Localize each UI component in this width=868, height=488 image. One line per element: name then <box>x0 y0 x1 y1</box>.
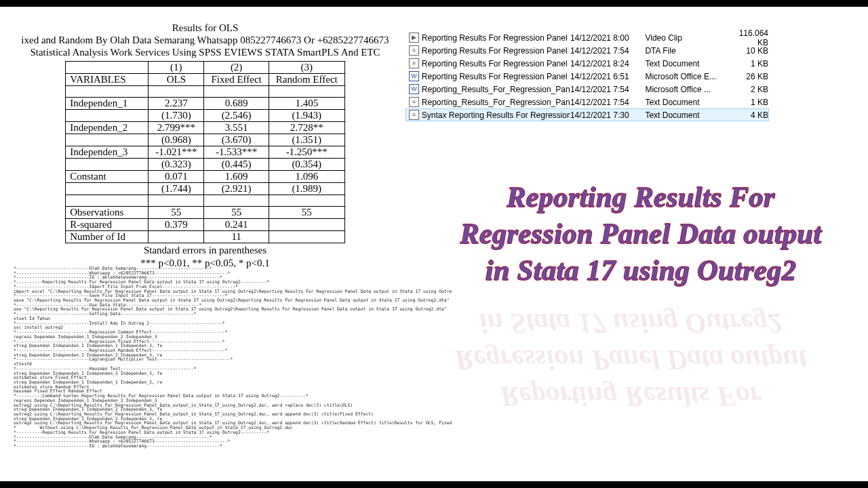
file-size: 1 KB <box>727 59 768 68</box>
file-size: 4 KB <box>727 110 768 120</box>
file-type: DTA File <box>645 46 726 56</box>
file-icon: ≡ <box>409 110 419 120</box>
file-name: Reporting Results For Regression Panel D… <box>422 72 570 81</box>
file-type: Microsoft Office ... <box>645 85 726 94</box>
file-size: 116.064 KB <box>727 28 768 47</box>
overlay-title: Reporting Results For Regression Panel D… <box>434 180 848 289</box>
file-icon: ≡ <box>409 45 419 56</box>
file-name: Reporting_Results_For_Regression_Panel_.… <box>422 98 570 107</box>
file-date: 14/12/2021 7:54 <box>570 46 646 56</box>
file-icon: W <box>409 84 419 94</box>
overlay-title-reflection: Reporting Results For Regression Panel D… <box>407 305 854 414</box>
file-name: Syntax Reporting Results For Regression … <box>422 110 570 120</box>
file-date: 14/12/2021 6:51 <box>570 72 646 81</box>
doc-title: Results for OLS <box>14 22 397 34</box>
stata-code-block: *----------------------------Olah Data S… <box>14 266 393 449</box>
file-type: Video Clip <box>645 33 726 43</box>
file-type: Text Document <box>645 110 726 120</box>
file-type: Text Document <box>645 59 726 68</box>
file-row[interactable]: ≡Reporting Results For Regression Panel … <box>406 57 769 70</box>
file-name: Reporting Results For Regression Panel D… <box>422 46 570 56</box>
file-row[interactable]: WReporting_Results_For_Regression_Panel_… <box>406 83 769 96</box>
file-size: 26 KB <box>727 72 768 81</box>
file-type: Text Document <box>645 98 726 107</box>
file-size: 2 KB <box>727 85 768 94</box>
file-icon: ▶ <box>409 33 419 43</box>
regression-table: (1)(2)(3) VARIABLESOLSFixed EffectRandom… <box>65 61 344 243</box>
file-size: 1 KB <box>727 98 768 107</box>
file-icon: ≡ <box>409 97 419 107</box>
file-row[interactable]: ≡Syntax Reporting Results For Regression… <box>406 108 769 121</box>
overlay-title-l2: Regression Panel Data output <box>434 216 848 253</box>
doc-subtitle-2: Statistical Analysis Work Services Using… <box>14 46 397 58</box>
file-date: 14/12/2021 7:54 <box>570 85 646 94</box>
file-row[interactable]: ≡Reporting Results For Regression Panel … <box>406 44 769 57</box>
doc-header: Results for OLS ixed and Random By Olah … <box>14 22 397 58</box>
doc-subtitle-1: ixed and Random By Olah Data Semarang Wh… <box>14 34 397 46</box>
file-name: Reporting Results For Regression Panel D… <box>422 33 570 43</box>
file-date: 14/12/2021 7:30 <box>570 110 646 120</box>
overlay-title-l3: in Stata 17 using Outreg2 <box>434 253 848 289</box>
file-row[interactable]: ≡Reporting_Results_For_Regression_Panel_… <box>406 96 769 108</box>
file-date: 14/12/2021 8:24 <box>570 59 646 68</box>
file-date: 14/12/2021 7:54 <box>570 98 646 107</box>
file-size: 10 KB <box>727 46 768 56</box>
table-note-1: Standard errors in parentheses <box>14 245 397 256</box>
file-date: 14/12/2021 8:00 <box>570 33 646 43</box>
file-icon: ≡ <box>409 58 419 68</box>
document-panel: Results for OLS ixed and Random By Olah … <box>14 22 397 269</box>
file-name: Reporting_Results_For_Regression_Panel_.… <box>422 85 570 94</box>
file-row[interactable]: WReporting Results For Regression Panel … <box>406 70 769 83</box>
file-icon: W <box>409 71 419 81</box>
file-name: Reporting Results For Regression Panel D… <box>422 59 570 68</box>
overlay-title-l1: Reporting Results For <box>434 180 848 216</box>
file-list: ▶Reporting Results For Regression Panel … <box>406 31 769 121</box>
file-row[interactable]: ▶Reporting Results For Regression Panel … <box>406 31 769 44</box>
file-type: Microsoft Office E... <box>645 72 726 81</box>
